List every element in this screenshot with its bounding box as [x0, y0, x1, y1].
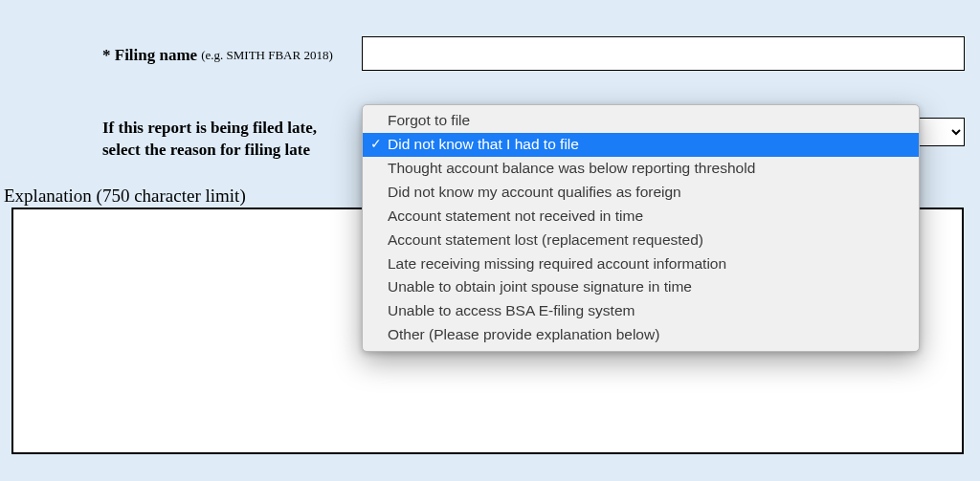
late-reason-dropdown-popup[interactable]: Forgot to fileDid not know that I had to…	[362, 104, 920, 352]
dropdown-option[interactable]: Forgot to file	[363, 109, 919, 133]
dropdown-option[interactable]: Thought account balance was below report…	[363, 157, 919, 181]
dropdown-option[interactable]: Other (Please provide explanation below)	[363, 323, 919, 347]
dropdown-option[interactable]: Did not know that I had to file	[363, 133, 919, 157]
explanation-label: Explanation (750 character limit)	[4, 186, 246, 207]
filing-name-label-group: * Filing name (e.g. SMITH FBAR 2018)	[102, 46, 333, 65]
dropdown-option[interactable]: Account statement lost (replacement requ…	[363, 229, 919, 252]
dropdown-option[interactable]: Unable to access BSA E-filing system	[363, 299, 919, 323]
filing-name-hint: (e.g. SMITH FBAR 2018)	[201, 48, 333, 63]
filing-name-input[interactable]	[362, 36, 965, 71]
dropdown-option[interactable]: Late receiving missing required account …	[363, 252, 919, 276]
late-reason-label-group: If this report is being filed late, sele…	[102, 118, 351, 162]
dropdown-option[interactable]: Account statement not received in time	[363, 205, 919, 229]
form-container: * Filing name (e.g. SMITH FBAR 2018) If …	[0, 0, 980, 481]
filing-name-label: * Filing name	[102, 46, 197, 65]
late-reason-label: If this report is being filed late, sele…	[102, 118, 351, 162]
dropdown-option[interactable]: Did not know my account qualifies as for…	[363, 181, 919, 205]
dropdown-option[interactable]: Unable to obtain joint spouse signature …	[363, 275, 919, 299]
